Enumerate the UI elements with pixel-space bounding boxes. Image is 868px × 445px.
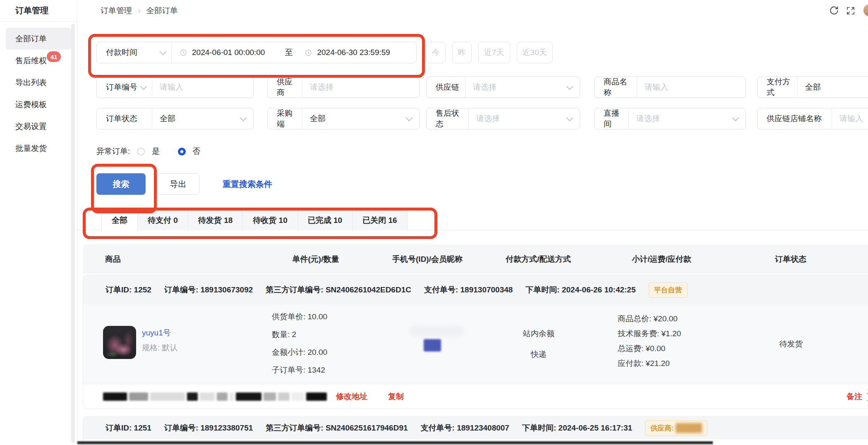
supplier-badge: 供应商: (645, 420, 707, 436)
order-time: 下单时间: 2024-06-26 10:42:25 (525, 285, 635, 295)
fullscreen-icon[interactable] (846, 6, 857, 17)
product-name-link[interactable]: yuyu1号 (142, 328, 171, 338)
quick-7days-button[interactable]: 近7天 (478, 42, 510, 63)
order-table-header: 商品 单件(元)/数量 手机号(ID)/会员昵称 付款方式/配送方式 小计/运费… (83, 244, 868, 274)
date-range-input[interactable]: 2024-06-01 00:00:00 至 2024-06-30 23:59:5… (172, 47, 416, 58)
abnormal-order-radio-group: 异常订单: 是 否 (96, 144, 200, 158)
main-content: 付款时间 2024-06-01 00:00:00 至 2024-06-30 23… (77, 21, 868, 445)
order-status-filter: 订单状态 全部 (96, 108, 254, 129)
platform-self-operated-badge: 平台自营 (649, 282, 688, 298)
tab-pending-shipment[interactable]: 待发货 18 (188, 210, 243, 230)
third-party-order-no: 第三方订单编号: SN2406261042ED6D1C (266, 285, 411, 295)
user-avatar[interactable] (863, 4, 868, 17)
tab-all[interactable]: 全部 (101, 210, 138, 230)
order-no-input[interactable]: 请输入 (152, 82, 253, 93)
payment-time-filter: 付款时间 2024-06-01 00:00:00 至 2024-06-30 23… (96, 42, 417, 63)
tab-completed[interactable]: 已完成 10 (297, 210, 352, 230)
payment-no: 支付单号: 189130700348 (424, 285, 513, 295)
chevron-down-icon (160, 48, 167, 55)
sidebar-menu: 全部订单 售后维权 导出列表 运费模板 交易设置 批量发货 (0, 22, 77, 159)
col-payment-delivery: 付款方式/配送方式 (506, 244, 571, 274)
quick-30days-button[interactable]: 近30天 (517, 42, 553, 63)
order-status-tabs: 全部 待支付 0 待发货 18 待收货 10 已完成 10 已关闭 16 (77, 210, 868, 230)
sidebar-item-freight-template[interactable]: 运费模板 (6, 93, 71, 115)
remark-link[interactable]: 备注 (846, 391, 862, 402)
order-status-value: 待发货 (779, 304, 803, 384)
product-spec: 规格: 默认 (142, 342, 178, 353)
order-no: 订单编号: 189123380751 (164, 423, 253, 433)
export-button[interactable]: 导出 (157, 173, 199, 195)
product-image[interactable] (103, 326, 136, 359)
supply-chain-shop-filter: 供应链店铺名称 请输入 (757, 108, 868, 129)
order-meta-bar: 订单ID: 1251 订单编号: 189123380751 第三方订单编号: S… (83, 417, 868, 439)
breadcrumb-order-management[interactable]: 订单管理 (101, 5, 132, 16)
tab-pending-payment[interactable]: 待支付 0 (137, 210, 188, 230)
order-status-select[interactable]: 全部 (152, 113, 253, 124)
order-meta-bar: 订单ID: 1252 订单编号: 189130673092 第三方订单编号: S… (83, 275, 868, 304)
product-name-filter: 商品名称 请输入 (594, 77, 746, 98)
supply-chain-shop-input[interactable]: 请输入 (832, 113, 868, 124)
abnormal-order-label: 异常订单: (96, 146, 130, 157)
copy-link[interactable]: 复制 (388, 391, 404, 402)
third-party-order-no: 第三方订单编号: SN2406251617946D91 (266, 423, 408, 433)
supply-chain-select[interactable]: 请选择 (465, 82, 580, 93)
reset-filters-link[interactable]: 重置搜索条件 (223, 173, 272, 195)
search-button[interactable]: 搜索 (96, 173, 146, 195)
purchase-side-select[interactable]: 全部 (302, 113, 419, 124)
clock-icon (305, 49, 312, 56)
order-row: 订单ID: 1251 订单编号: 189123380751 第三方订单编号: S… (83, 416, 868, 445)
chevron-down-icon (140, 83, 147, 90)
breadcrumb: 订单管理 › 全部订单 (101, 0, 178, 21)
topbar: 订单管理 › 全部订单 (77, 0, 868, 22)
sidebar-item-export-list[interactable]: 导出列表 (6, 72, 71, 93)
aftersales-status-filter: 售后状态 请选择 (426, 108, 580, 129)
date-from[interactable]: 2024-06-01 00:00:00 (192, 48, 265, 57)
order-management-screen: 订单管理 全部订单 售后维权 导出列表 运费模板 交易设置 批量发货 41 订单… (0, 0, 868, 445)
payment-method-select[interactable]: 全部 (798, 82, 868, 93)
sidebar-scrollbar[interactable] (71, 24, 75, 443)
live-room-select[interactable]: 请选择 (629, 113, 746, 124)
product-name-input[interactable]: 请输入 (637, 82, 746, 93)
sidebar-item-trade-settings[interactable]: 交易设置 (6, 115, 71, 137)
order-body: yuyu1号 规格: 默认 供货单价: 10.00 数量: 2 金额小计: 20… (83, 304, 868, 384)
censored-member-name (410, 326, 464, 337)
order-id: 订单ID: 1251 (106, 423, 151, 433)
abnormal-no-label[interactable]: 否 (192, 146, 200, 157)
abnormal-yes-radio[interactable] (137, 148, 145, 156)
app-title: 订单管理 (0, 0, 77, 22)
sidebar-item-all-orders[interactable]: 全部订单 (6, 28, 71, 50)
col-product: 商品 (105, 244, 121, 274)
payment-no: 支付单号: 189123408007 (421, 423, 509, 433)
aftersales-count-badge: 41 (47, 51, 61, 62)
censored-row-strip (77, 441, 713, 444)
chevron-down-icon (240, 114, 247, 121)
order-no-filter: 订单编号 请输入 (96, 77, 254, 98)
abnormal-yes-label[interactable]: 是 (152, 146, 160, 157)
payment-method-filter: 支付方式 全部 (757, 77, 868, 98)
aftersales-status-select[interactable]: 请选择 (469, 113, 580, 124)
date-to[interactable]: 2024-06-30 23:59:59 (317, 48, 390, 57)
quick-today-button[interactable]: 今 (426, 42, 446, 63)
payment-delivery-cell: 站内余额 快递 (497, 304, 580, 384)
tab-closed[interactable]: 已关闭 16 (352, 210, 407, 230)
tab-pending-receipt[interactable]: 待收货 10 (242, 210, 297, 230)
chevron-down-icon (566, 83, 573, 90)
order-no-field-select[interactable]: 订单编号 (97, 77, 152, 98)
sidebar-item-aftersales[interactable]: 售后维权 (6, 50, 71, 72)
supplier-select[interactable]: 请选择 (302, 82, 419, 93)
sidebar-item-batch-shipping[interactable]: 批量发货 (6, 137, 71, 159)
quick-yesterday-button[interactable]: 昨 (452, 42, 472, 63)
edit-address-link[interactable]: 修改地址 (336, 391, 367, 402)
col-member: 手机号(ID)/会员昵称 (392, 244, 463, 274)
unit-qty-cell: 供货单价: 10.00 数量: 2 金额小计: 20.00 子订单号: 1342 (272, 311, 327, 376)
order-time: 下单时间: 2024-06-25 16:17:31 (522, 423, 632, 433)
refresh-icon[interactable] (829, 5, 839, 16)
chevron-down-icon (406, 114, 413, 121)
abnormal-no-radio[interactable] (178, 148, 186, 156)
time-field-select[interactable]: 付款时间 (97, 42, 172, 63)
live-room-filter: 直播间 请选择 (594, 108, 746, 129)
order-row: 订单ID: 1252 订单编号: 189130673092 第三方订单编号: S… (83, 275, 868, 409)
supply-chain-filter: 供应链 请选择 (426, 77, 580, 98)
date-joiner: 至 (285, 47, 293, 58)
supplier-filter: 供应商 请选择 (267, 77, 420, 98)
